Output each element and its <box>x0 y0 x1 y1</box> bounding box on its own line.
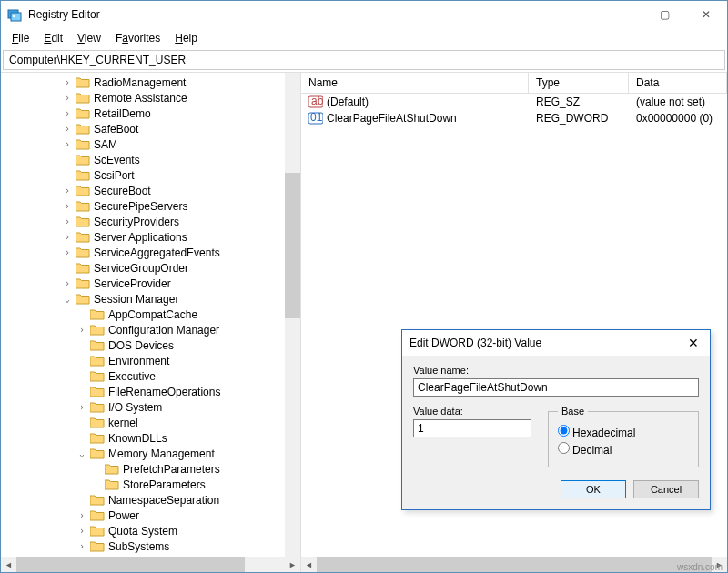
window-close-button[interactable]: ✕ <box>685 1 727 28</box>
column-name[interactable]: Name <box>301 73 529 93</box>
tree-item[interactable]: ›SubSystems <box>3 538 300 554</box>
dialog-titlebar[interactable]: Edit DWORD (32-bit) Value ✕ <box>402 330 710 356</box>
folder-icon <box>90 494 105 506</box>
radio-decimal-input[interactable] <box>558 442 570 454</box>
folder-icon <box>90 540 105 552</box>
tree-item[interactable]: AppCompatCache <box>3 307 300 322</box>
expand-chevron-icon[interactable]: ⌄ <box>61 294 74 304</box>
list-row[interactable]: ab(Default)REG_SZ(value not set) <box>301 94 727 110</box>
value-data-input[interactable] <box>413 419 531 437</box>
column-type[interactable]: Type <box>529 73 629 93</box>
tree-item[interactable]: ›Power <box>3 508 300 523</box>
tree-item[interactable]: ›RadioManagement <box>3 75 300 90</box>
tree-item[interactable]: ›Quota System <box>3 523 300 538</box>
folder-icon <box>105 463 119 475</box>
window-maximize-button[interactable]: ▢ <box>643 1 685 28</box>
edit-dword-dialog: Edit DWORD (32-bit) Value ✕ Value name: … <box>401 329 711 510</box>
menu-edit[interactable]: Edit <box>36 30 70 46</box>
tree-pane[interactable]: ›RadioManagement›Remote Assistance›Retai… <box>1 73 301 572</box>
expand-chevron-icon[interactable]: › <box>61 201 74 211</box>
folder-icon <box>76 185 90 196</box>
dialog-close-button[interactable]: ✕ <box>684 336 703 350</box>
tree-item[interactable]: ›Server Applications <box>3 229 300 245</box>
tree-item[interactable]: ›RetailDemo <box>3 106 300 121</box>
tree-item[interactable]: ›I/O System <box>3 399 300 415</box>
radio-decimal[interactable]: Decimal <box>558 442 689 457</box>
tree-item-label: SafeBoot <box>92 123 140 136</box>
tree-item[interactable]: ScEvents <box>3 152 300 167</box>
value-name-input[interactable] <box>413 378 699 397</box>
base-legend: Base <box>558 406 588 417</box>
expand-chevron-icon[interactable]: › <box>76 526 88 536</box>
folder-icon <box>76 246 90 258</box>
scroll-right-button[interactable]: ► <box>712 557 727 572</box>
tree-item[interactable]: PrefetchParameters <box>3 461 300 477</box>
scroll-left-button[interactable]: ◄ <box>1 557 16 572</box>
tree-item[interactable]: Environment <box>3 353 300 368</box>
app-window: Registry Editor — ▢ ✕ File Edit View Fav… <box>0 0 728 573</box>
tree-item-label: Environment <box>106 355 171 367</box>
expand-chevron-icon[interactable]: › <box>76 402 88 412</box>
tree-item[interactable]: Executive <box>3 368 300 384</box>
expand-chevron-icon[interactable]: ⌄ <box>76 448 88 458</box>
tree-item[interactable]: StoreParameters <box>3 477 300 492</box>
tree-horizontal-scrollbar[interactable]: ◄ ► <box>1 557 300 572</box>
tree-item[interactable]: DOS Devices <box>3 337 300 353</box>
tree-item[interactable]: ›SafeBoot <box>3 121 300 136</box>
tree-item[interactable]: ScsiPort <box>3 167 300 183</box>
tree-item-label: SubSystems <box>106 540 171 553</box>
list-horizontal-scrollbar[interactable]: ◄ ► <box>301 557 727 572</box>
expand-chevron-icon[interactable]: › <box>61 124 74 134</box>
expand-chevron-icon[interactable]: › <box>61 139 74 149</box>
tree-item[interactable]: ›SecureBoot <box>3 183 300 198</box>
tree-item[interactable]: kernel <box>3 415 300 430</box>
expand-chevron-icon[interactable]: › <box>61 186 74 196</box>
scrollbar-thumb[interactable] <box>285 173 300 318</box>
radio-hexadecimal-input[interactable] <box>558 425 570 437</box>
window-minimize-button[interactable]: — <box>602 1 643 28</box>
scrollbar-thumb[interactable] <box>16 557 245 572</box>
expand-chevron-icon[interactable]: › <box>76 541 88 551</box>
cancel-button[interactable]: Cancel <box>633 480 699 498</box>
tree-item[interactable]: ›Configuration Manager <box>3 322 300 337</box>
expand-chevron-icon[interactable]: › <box>61 232 74 242</box>
menu-help[interactable]: Help <box>167 30 205 46</box>
expand-chevron-icon[interactable]: › <box>61 108 74 118</box>
list-row[interactable]: 011ClearPageFileAtShutDownREG_DWORD0x000… <box>301 110 727 126</box>
tree-item[interactable]: ›SecurePipeServers <box>3 198 300 214</box>
column-data[interactable]: Data <box>629 73 727 93</box>
expand-chevron-icon[interactable]: › <box>76 325 88 335</box>
folder-icon <box>90 308 105 320</box>
menu-favorites[interactable]: Favorites <box>108 30 167 46</box>
radio-hexadecimal[interactable]: Hexadecimal <box>558 425 689 439</box>
tree-item[interactable]: ›ServiceAggregatedEvents <box>3 245 300 260</box>
ok-button[interactable]: OK <box>561 480 626 498</box>
tree-item[interactable]: ›SecurityProviders <box>3 214 300 229</box>
value-name-label: Value name: <box>413 365 699 376</box>
scroll-left-button[interactable]: ◄ <box>301 557 317 572</box>
tree-item[interactable]: ⌄Session Manager <box>3 291 300 307</box>
scroll-right-button[interactable]: ► <box>285 557 300 572</box>
expand-chevron-icon[interactable]: › <box>76 510 88 520</box>
expand-chevron-icon[interactable]: › <box>61 216 74 226</box>
scrollbar-thumb[interactable] <box>317 557 712 572</box>
expand-chevron-icon[interactable]: › <box>61 247 74 257</box>
tree-item[interactable]: FileRenameOperations <box>3 384 300 399</box>
expand-chevron-icon[interactable]: › <box>61 93 74 103</box>
expand-chevron-icon[interactable]: › <box>61 77 74 87</box>
tree-item[interactable]: KnownDLLs <box>3 430 300 446</box>
tree-item[interactable]: ›Remote Assistance <box>3 90 300 106</box>
address-input[interactable] <box>4 51 724 69</box>
menu-view[interactable]: View <box>70 30 108 46</box>
tree-item[interactable]: ⌄Memory Management <box>3 446 300 461</box>
tree-item-label: Remote Assistance <box>92 92 189 105</box>
tree-vertical-scrollbar[interactable] <box>285 73 300 557</box>
tree-item[interactable]: ServiceGroupOrder <box>3 260 300 276</box>
svg-text:011: 011 <box>310 111 323 124</box>
menu-file[interactable]: File <box>5 30 36 46</box>
tree-item[interactable]: ›ServiceProvider <box>3 276 300 291</box>
tree-item[interactable]: ›SAM <box>3 136 300 152</box>
tree-item[interactable]: NamespaceSeparation <box>3 492 300 508</box>
expand-chevron-icon[interactable]: › <box>61 278 74 288</box>
tree-item-label: KnownDLLs <box>106 432 169 445</box>
